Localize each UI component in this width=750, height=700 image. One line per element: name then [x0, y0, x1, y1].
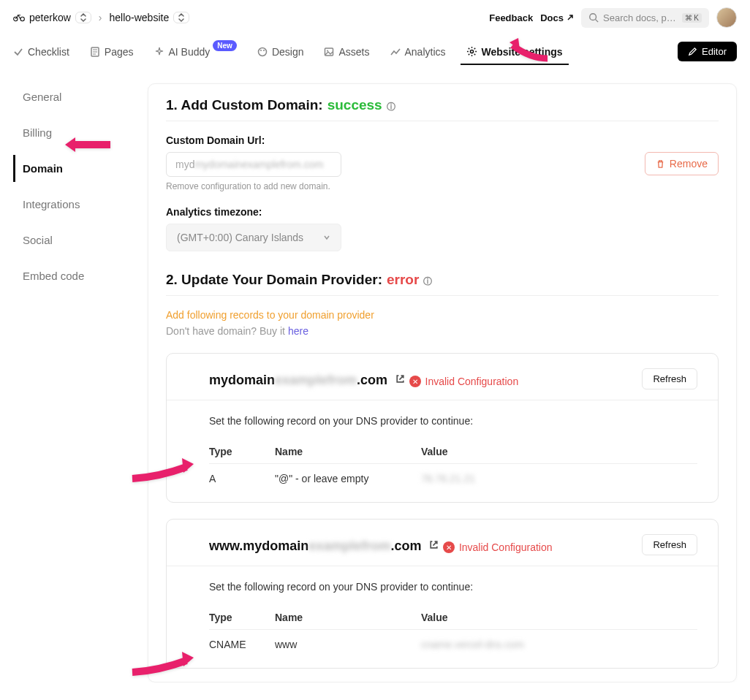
tab-analytics[interactable]: Analytics — [390, 39, 446, 65]
breadcrumb-project-label: hello-website — [109, 12, 169, 23]
invalid-config-status: ✕ Invalid Configuration — [409, 376, 519, 387]
external-link-icon[interactable] — [428, 539, 439, 552]
dns-records-table: Type Name Value A "@" - or leave empty 7… — [209, 440, 697, 487]
breadcrumb-workspace[interactable]: peterkow — [13, 12, 91, 23]
buy-domain-text: Don't have domain? Buy it here — [166, 325, 719, 337]
sidebar-item-integrations[interactable]: Integrations — [13, 191, 130, 218]
col-value: Value — [421, 440, 697, 464]
breadcrumb-workspace-label: peterkow — [29, 12, 71, 23]
svg-point-5 — [260, 50, 262, 51]
search-input[interactable]: Search docs, pages etc ⌘ K — [581, 8, 709, 28]
custom-domain-label: Custom Domain Url: — [166, 134, 719, 146]
tab-pages[interactable]: Pages — [90, 39, 134, 65]
refresh-button[interactable]: Refresh — [642, 534, 697, 555]
svg-point-6 — [263, 50, 265, 51]
buy-domain-link[interactable]: here — [288, 325, 308, 337]
sidebar-item-general[interactable]: General — [13, 83, 130, 110]
remove-button[interactable]: Remove — [645, 152, 719, 175]
settings-sidebar: General Billing Domain Integrations Soci… — [13, 83, 130, 682]
section1-title: 1. Add Custom Domain: success ⓘ — [166, 97, 719, 113]
feedback-link[interactable]: Feedback — [489, 12, 533, 23]
status-error: error — [387, 272, 419, 288]
chevron-updown-icon[interactable] — [173, 12, 189, 23]
breadcrumb-project[interactable]: hello-website — [109, 12, 189, 23]
search-placeholder: Search docs, pages etc — [603, 12, 678, 23]
refresh-button[interactable]: Refresh — [642, 368, 697, 389]
col-type: Type — [209, 606, 275, 630]
tab-checklist[interactable]: Checklist — [13, 39, 69, 65]
search-icon — [588, 12, 599, 23]
sidebar-item-embed-code[interactable]: Embed code — [13, 262, 130, 289]
search-shortcut: ⌘ K — [682, 13, 702, 23]
breadcrumb-separator: › — [99, 12, 102, 23]
dns-records-table: Type Name Value CNAME www cname.vercel-d… — [209, 606, 697, 653]
pencil-icon — [688, 47, 697, 56]
chevron-down-icon — [323, 234, 330, 241]
editor-button[interactable]: Editor — [678, 42, 737, 61]
timezone-label: Analytics timezone: — [166, 206, 719, 218]
section2-title: 2. Update Your Domain Provider: error ⓘ — [166, 272, 719, 288]
tab-design[interactable]: Design — [257, 39, 304, 65]
dns-record-row: CNAME www cname.vercel-dns.com — [209, 630, 697, 654]
col-name: Name — [275, 440, 421, 464]
dns-domain-title: mydomainexamplefrom.com — [209, 373, 406, 388]
info-icon: ⓘ — [423, 275, 432, 288]
palette-icon — [257, 47, 268, 57]
tab-website-settings[interactable]: Website settings — [466, 39, 563, 65]
trash-icon — [656, 159, 665, 169]
image-icon — [324, 47, 334, 57]
bike-icon — [13, 12, 25, 23]
timezone-select[interactable]: (GMT+0:00) Canary Islands — [166, 224, 341, 251]
svg-point-1 — [20, 17, 24, 20]
col-value: Value — [421, 606, 697, 630]
check-icon — [13, 47, 23, 57]
dns-instruction: Set the following record on your DNS pro… — [209, 415, 697, 427]
dns-card-www: www.mydomainexamplefrom.com ✕ Invalid Co… — [166, 519, 719, 669]
sparkle-icon — [154, 47, 164, 57]
custom-domain-input[interactable]: mydmydomainexamplefrom.com — [166, 152, 341, 177]
status-success: success — [327, 97, 382, 113]
info-icon: ⓘ — [387, 101, 395, 113]
dns-record-row: A "@" - or leave empty 76.76.21.21 — [209, 464, 697, 488]
svg-point-8 — [327, 50, 328, 51]
new-badge: New — [213, 40, 237, 51]
sidebar-item-domain[interactable]: Domain — [13, 155, 130, 182]
sidebar-item-social[interactable]: Social — [13, 227, 130, 254]
dns-domain-title: www.mydomainexamplefrom.com — [209, 539, 439, 554]
error-icon: ✕ — [409, 376, 421, 387]
user-avatar[interactable] — [716, 7, 737, 28]
chevron-updown-icon[interactable] — [75, 12, 91, 23]
gear-icon — [466, 46, 477, 57]
external-link-icon — [567, 14, 574, 21]
svg-point-2 — [590, 14, 596, 20]
dns-instruction: Set the following record on your DNS pro… — [209, 581, 697, 593]
svg-point-0 — [14, 17, 18, 20]
dns-card-apex: mydomainexamplefrom.com ✕ Invalid Config… — [166, 353, 719, 503]
docs-link[interactable]: Docs — [540, 12, 574, 23]
external-link-icon[interactable] — [395, 373, 406, 387]
page-icon — [90, 47, 100, 57]
sidebar-item-billing[interactable]: Billing — [13, 119, 130, 146]
error-icon: ✕ — [443, 541, 455, 553]
invalid-config-status: ✕ Invalid Configuration — [443, 541, 553, 553]
chart-icon — [390, 47, 401, 57]
svg-point-9 — [470, 50, 473, 53]
main-panel: 1. Add Custom Domain: success ⓘ Custom D… — [148, 83, 737, 682]
domain-hint: Remove configuration to add new domain. — [166, 181, 719, 191]
tab-assets[interactable]: Assets — [324, 39, 369, 65]
col-name: Name — [275, 606, 421, 630]
warning-text: Add following records to your domain pro… — [166, 309, 719, 321]
col-type: Type — [209, 440, 275, 464]
tab-aibuddy[interactable]: AI Buddy New — [154, 39, 237, 65]
svg-point-4 — [258, 47, 266, 56]
